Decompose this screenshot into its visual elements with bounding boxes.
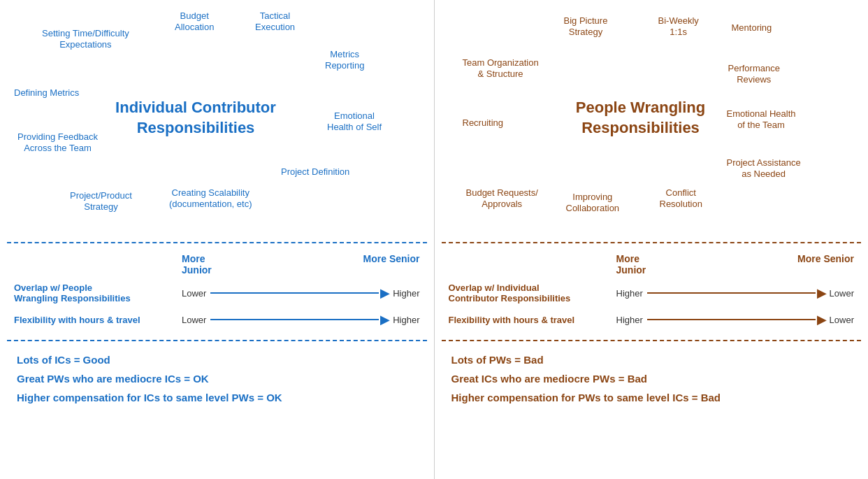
word-budget-allocation: BudgetAllocation <box>175 10 214 32</box>
word-team-org: Team Organization& Structure <box>463 57 539 79</box>
left-row1-arrow: Lower ▶ Higher <box>182 287 420 299</box>
right-scale-row-2: Flexibility with hours & travel Higher ▶… <box>449 313 855 326</box>
right-scale-row-1: Overlap w/ IndividualContributor Respons… <box>449 283 855 303</box>
right-bottom-3: Higher compensation for PWs to same leve… <box>451 392 852 403</box>
right-bottom: Lots of PWs = Bad Great ICs who are medi… <box>442 345 862 419</box>
right-word-cloud: Big PictureStrategy Bi-Weekly1:1s Mentor… <box>442 7 862 238</box>
left-bottom: Lots of ICs = Good Great PWs who are med… <box>7 345 427 419</box>
right-row2-start: Higher <box>616 315 643 325</box>
word-emotional-health-team: Emotional Healthof the Team <box>727 108 796 130</box>
right-row2-arrowhead: ▶ <box>817 313 827 326</box>
left-bottom-2: Great PWs who are mediocre ICs = OK <box>17 373 417 385</box>
left-row2-arrow: Lower ▶ Higher <box>182 313 420 326</box>
right-bottom-2: Great ICs who are mediocre PWs = Bad <box>451 373 852 385</box>
word-conflict-resolution: ConflictResolution <box>660 187 702 209</box>
left-row1-start: Lower <box>182 288 206 299</box>
left-scale-row-1: Overlap w/ PeopleWrangling Responsibilit… <box>14 283 420 303</box>
word-project-definition: Project Definition <box>281 166 349 178</box>
right-row1-start: Higher <box>616 288 643 299</box>
word-recruiting: Recruiting <box>463 117 504 129</box>
left-row2-line-inner <box>210 319 379 320</box>
right-row1-end: Lower <box>830 288 854 299</box>
right-more-junior-label: More Junior <box>616 253 672 276</box>
left-more-junior-label: More Junior <box>182 253 238 276</box>
right-row1-line <box>647 292 816 294</box>
word-project-assistance: Project Assistanceas Needed <box>727 157 801 179</box>
left-row1-line <box>210 292 379 294</box>
left-scale-row-2: Flexibility with hours & travel Lower ▶ … <box>14 313 420 326</box>
word-project-product-strategy: Project/ProductStrategy <box>70 190 132 212</box>
word-mentoring: Mentoring <box>732 22 772 34</box>
left-row2-label: Flexibility with hours & travel <box>14 315 182 325</box>
right-row1-line-inner <box>647 292 816 294</box>
right-divider-top <box>442 242 862 243</box>
right-row1-label: Overlap w/ IndividualContributor Respons… <box>449 283 616 303</box>
word-tactical-execution: TacticalExecution <box>255 10 295 32</box>
left-row1-end: Higher <box>393 288 419 299</box>
right-divider-bottom <box>442 340 862 341</box>
left-more-senior-label: More Senior <box>238 253 420 276</box>
left-row1-line-inner <box>210 292 379 294</box>
word-big-picture: Big PictureStrategy <box>564 15 608 37</box>
left-scale-section: More Junior More Senior Overlap w/ Peopl… <box>7 248 427 336</box>
left-divider-top <box>7 242 427 243</box>
right-row2-label: Flexibility with hours & travel <box>449 315 616 325</box>
right-row2-arrow: Higher ▶ Lower <box>616 313 855 326</box>
left-title: Individual ContributorResponsibilities <box>115 98 276 138</box>
word-creating-scalability: Creating Scalability(documentation, etc) <box>169 187 252 209</box>
word-budget-requests: Budget Requests/Approvals <box>466 187 538 209</box>
right-title: People WranglingResponsibilities <box>550 98 732 138</box>
left-row1-arrowhead: ▶ <box>380 287 390 299</box>
left-bottom-1: Lots of ICs = Good <box>17 354 417 366</box>
right-bottom-1: Lots of PWs = Bad <box>451 354 852 366</box>
left-panel: Setting Time/DifficultyExpectations Budg… <box>0 0 435 479</box>
right-row2-line <box>647 319 816 320</box>
left-row2-arrowhead: ▶ <box>380 313 390 326</box>
word-emotional-health-self: EmotionalHealth of Self <box>327 110 382 132</box>
right-more-senior-label: More Senior <box>672 253 855 276</box>
word-providing-feedback: Providing FeedbackAcross the Team <box>17 131 98 153</box>
right-row1-arrow: Higher ▶ Lower <box>616 287 855 299</box>
right-row2-end: Lower <box>830 315 854 325</box>
right-row2-line-inner <box>647 319 816 320</box>
right-row1-arrowhead: ▶ <box>817 287 827 299</box>
word-performance-reviews: PerformanceReviews <box>728 63 780 85</box>
left-row2-line <box>210 319 379 320</box>
left-row2-start: Lower <box>182 315 206 325</box>
right-scale-header: More Junior More Senior <box>449 253 855 278</box>
right-scale-section: More Junior More Senior Overlap w/ Indiv… <box>442 248 862 336</box>
word-biweekly: Bi-Weekly1:1s <box>658 15 699 37</box>
left-bottom-3: Higher compensation for ICs to same leve… <box>17 392 417 403</box>
left-word-cloud: Setting Time/DifficultyExpectations Budg… <box>7 7 427 238</box>
word-setting-time: Setting Time/DifficultyExpectations <box>42 28 129 50</box>
left-scale-header: More Junior More Senior <box>14 253 420 278</box>
word-improving-collab: ImprovingCollaboration <box>566 192 620 213</box>
left-row1-label: Overlap w/ PeopleWrangling Responsibilit… <box>14 283 182 303</box>
word-defining-metrics: Defining Metrics <box>14 87 79 99</box>
left-row2-end: Higher <box>393 315 419 325</box>
left-divider-bottom <box>7 340 427 341</box>
word-metrics-reporting: MetricsReporting <box>325 49 364 71</box>
right-panel: Big PictureStrategy Bi-Weekly1:1s Mentor… <box>435 0 869 479</box>
